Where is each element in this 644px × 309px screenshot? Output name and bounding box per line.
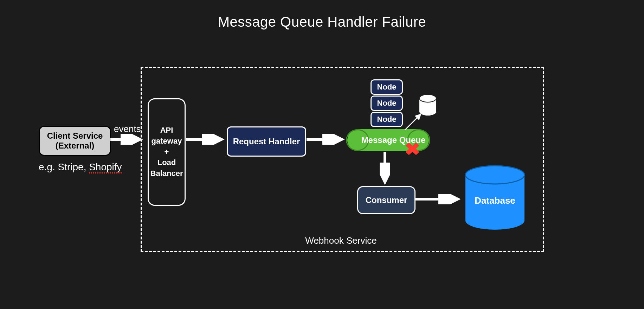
arrow-consumer-database — [416, 194, 461, 204]
arrow-client-gateway — [110, 134, 143, 145]
request-handler-box: Request Handler — [227, 126, 306, 157]
arrow-gateway-request — [186, 134, 225, 145]
svg-line-5 — [405, 114, 420, 130]
arrow-queue-disk — [404, 112, 425, 133]
client-examples-prefix: e.g. Stripe, — [39, 162, 89, 172]
message-queue-label: Message Queue — [361, 135, 426, 145]
diagram-canvas: Webhook Service Client Service (External… — [0, 0, 644, 309]
database-icon: Database — [463, 165, 527, 232]
client-examples: e.g. Stripe, Shopify — [39, 162, 122, 173]
arrow-queue-consumer — [380, 152, 390, 185]
webhook-service-label: Webhook Service — [288, 235, 394, 246]
queue-node-1: Node — [371, 79, 403, 95]
arrow-request-queue — [307, 134, 345, 145]
client-service-box: Client Service (External) — [39, 126, 111, 156]
client-examples-marked: Shopify — [89, 162, 122, 172]
events-label: events — [114, 124, 141, 134]
database-label: Database — [475, 195, 515, 206]
queue-node-3: Node — [371, 112, 403, 127]
queue-node-2: Node — [371, 96, 403, 111]
api-gateway-box: API gateway + Load Balancer — [148, 98, 186, 206]
consumer-box: Consumer — [357, 186, 416, 214]
